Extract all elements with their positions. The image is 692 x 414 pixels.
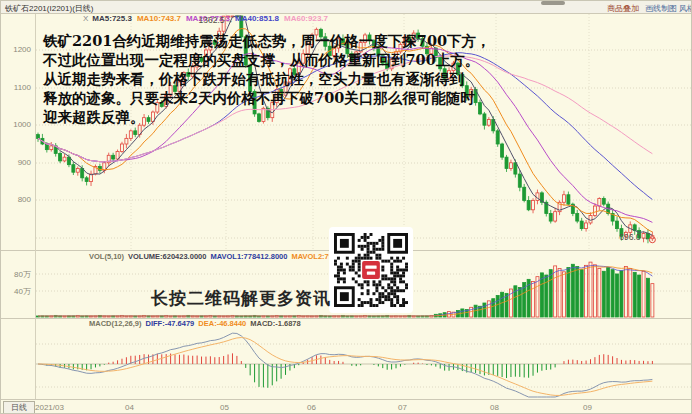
top-toolbar [1,1,692,14]
price-axis-label: 1100 [1,83,31,92]
time-axis-label: 2021/03 [35,403,64,412]
price-axis-label: 1200 [1,45,31,54]
time-axis-label: 08 [490,403,499,412]
macd-value: MACD:-1.6878 [250,319,300,328]
qr-code[interactable] [329,227,413,313]
style-link[interactable]: 风格 [679,3,692,14]
price-axis-label: 900 [1,158,31,167]
ma40-value: MA40:851.8 [235,14,279,23]
overlay-symbol-link[interactable]: 商品叠加 [607,3,639,14]
time-axis-label: 04 [125,403,134,412]
volume-axis-label: 40万 [1,286,31,297]
macd-indicator-header: MACD(12,26,9)DIFF:-47.6479DEA:-46.8440MA… [89,319,305,328]
price-axis-label: 800 [1,195,31,204]
ma10-value: MA10:743.7 [137,14,181,23]
volume-value: VOLUME:620423.0000 [128,252,206,261]
diff-value: DIFF:-47.6479 [146,319,195,328]
time-axis-label: 05 [220,403,229,412]
close-indicator-button[interactable]: X [83,14,88,23]
time-axis-label: 07 [398,403,407,412]
volume-axis-label: 80万 [1,269,31,280]
period-selector[interactable]: 日线 [3,401,35,414]
last-price-annotation: 696.0→ [609,232,649,242]
dea-value: DEA:-46.8440 [198,319,246,328]
price-axis-label: 1000 [1,120,31,129]
mavol1-value: MAVOL1:778412.8000 [210,252,287,261]
ma5-value: MA5:725.3 [92,14,132,23]
analysis-commentary-text: 铁矿2201合约近期维持震荡走低态势，周一价格一度下探700下方， 不过此位置出… [43,31,495,126]
time-axis-label: 09 [583,403,592,412]
scrollbar-thumb[interactable] [541,1,565,5]
vol-params: VOL(5,10) [89,252,124,261]
time-axis-label: 06 [307,403,316,412]
chart-window: 铁矿石2201(I2201)(日线) 商品叠加 画线制图 风格 XMA5:725… [0,0,692,414]
ma60-value: MA60:923.7 [284,14,328,23]
macd-params: MACD(12,26,9) [89,319,142,328]
qr-pattern [334,233,408,307]
period-high-annotation: 1362.5→ [193,15,233,25]
qr-caption-text: 长按二维码解更多资讯 [151,287,331,310]
instrument-title: 铁矿石2201(I2201)(日线) [5,3,93,14]
draw-tools-link[interactable]: 画线制图 [645,3,677,14]
